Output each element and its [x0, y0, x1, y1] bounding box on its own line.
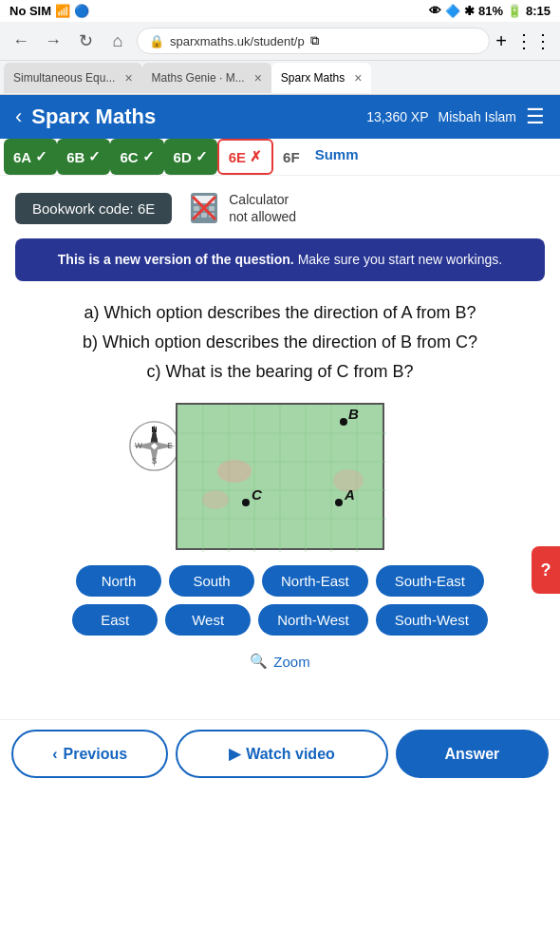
- status-bar: No SIM 📶 🔵 👁 🔷 ✱ 81% 🔋 8:15: [0, 0, 560, 22]
- help-float-button[interactable]: ?: [532, 546, 560, 594]
- topic-6d[interactable]: 6D ✓: [164, 139, 217, 175]
- topic-6c-check: ✓: [142, 148, 155, 165]
- topic-6c[interactable]: 6C ✓: [110, 139, 163, 175]
- watch-video-button[interactable]: ▶ Watch video: [176, 730, 387, 778]
- map-grid-svg: B A C: [177, 405, 386, 552]
- zoom-button[interactable]: 🔍 Zoom: [250, 653, 309, 670]
- option-northeast[interactable]: North-East: [262, 565, 368, 597]
- tab-mathsgenie-close[interactable]: ×: [254, 70, 262, 86]
- sparx-menu-button[interactable]: ☰: [526, 104, 545, 129]
- tab-mathsgenie[interactable]: Maths Genie · M... ×: [142, 63, 271, 93]
- topic-6c-label: 6C: [120, 149, 138, 165]
- bookwork-code: Bookwork code: 6E: [15, 193, 172, 224]
- watch-video-label: Watch video: [246, 746, 335, 763]
- options-grid: North South North-East South-East East W…: [72, 565, 488, 636]
- svg-text:E: E: [167, 442, 173, 450]
- calculator-label: Calculator: [229, 191, 296, 208]
- svg-text:C: C: [252, 486, 263, 503]
- back-button[interactable]: ←: [8, 28, 34, 54]
- svg-point-34: [340, 418, 347, 426]
- topic-6f-label: 6F: [283, 149, 300, 165]
- tab-sparxmaths-label: Sparx Maths: [281, 71, 345, 85]
- previous-button[interactable]: ‹ Previous: [11, 730, 168, 778]
- svg-rect-4: [209, 206, 215, 211]
- menu-dots-icon[interactable]: ⋮⋮: [514, 29, 552, 52]
- topic-6f[interactable]: 6F: [273, 139, 309, 175]
- url-text: sparxmaths.uk/student/p: [170, 34, 305, 48]
- main-content: Bookwork code: 6E: [0, 176, 560, 719]
- home-button[interactable]: ⌂: [104, 28, 131, 54]
- browser-tabs: Simultaneous Equ... × Maths Genie · M...…: [0, 61, 560, 95]
- status-left: No SIM 📶 🔵: [9, 4, 89, 18]
- topic-6e-label: 6E: [229, 149, 246, 165]
- option-west[interactable]: West: [165, 604, 251, 636]
- topic-6e[interactable]: 6E ✗: [217, 139, 273, 175]
- tab-mathsgenie-label: Maths Genie · M...: [152, 71, 245, 85]
- question-a: a) Which option describes the direction …: [15, 298, 545, 328]
- svg-point-31: [217, 460, 252, 483]
- answer-button[interactable]: Answer: [396, 730, 549, 778]
- sparx-back-button[interactable]: ‹: [15, 104, 22, 129]
- topic-6a-check: ✓: [35, 148, 47, 165]
- svg-point-36: [335, 499, 343, 506]
- bottom-nav: ‹ Previous ▶ Watch video Answer: [0, 719, 560, 788]
- tab-simultaneous-close[interactable]: ×: [124, 70, 132, 86]
- sparx-xp: 13,360 XP: [366, 109, 428, 124]
- svg-point-38: [242, 499, 250, 506]
- new-tab-icon[interactable]: +: [495, 30, 507, 52]
- previous-label: Previous: [64, 746, 128, 763]
- svg-point-32: [202, 490, 229, 509]
- topic-6b-check: ✓: [88, 148, 101, 165]
- sparx-user: Misbah Islam: [439, 109, 516, 124]
- sparx-title: Sparx Maths: [31, 104, 357, 129]
- calculator-icon: [187, 191, 221, 225]
- bluetooth-icon: 🔷: [445, 4, 460, 18]
- reload-button[interactable]: ↻: [72, 28, 99, 54]
- svg-text:S: S: [152, 457, 158, 466]
- time-text: 8:15: [526, 4, 551, 18]
- calculator-status-text: Calculator not allowed: [229, 191, 296, 225]
- info-row: Bookwork code: 6E: [15, 191, 545, 225]
- svg-text:A: A: [344, 486, 355, 503]
- topic-6e-x: ✗: [250, 148, 262, 165]
- tab-sparxmaths[interactable]: Sparx Maths ×: [271, 63, 372, 93]
- map-area: N S E W: [15, 403, 545, 689]
- video-icon: ▶: [229, 745, 240, 763]
- topic-6d-label: 6D: [174, 149, 192, 165]
- svg-rect-2: [194, 206, 199, 211]
- svg-text:W: W: [135, 442, 142, 450]
- svg-text:B: B: [348, 406, 359, 422]
- option-south[interactable]: South: [169, 565, 254, 597]
- tab-switch-icon: ⧉: [310, 33, 319, 48]
- svg-rect-6: [201, 213, 207, 218]
- topic-6b-label: 6B: [66, 149, 84, 165]
- notice-bold: This is a new version of the question.: [58, 252, 294, 267]
- topic-6b[interactable]: 6B ✓: [57, 139, 110, 175]
- map-wrapper: N S E W: [166, 403, 394, 550]
- options-row-2: East West North-West South-West: [72, 604, 488, 636]
- option-north[interactable]: North: [76, 565, 161, 597]
- option-northwest[interactable]: North-West: [258, 604, 368, 636]
- nfc-icon: ✱: [464, 4, 475, 18]
- forward-button[interactable]: →: [40, 28, 66, 54]
- option-southeast[interactable]: South-East: [376, 565, 484, 597]
- signal-icon: 📶: [55, 4, 70, 18]
- zoom-label: Zoom: [273, 654, 309, 670]
- question-c: c) What is the bearing of C from B?: [15, 357, 545, 387]
- calculator-info: Calculator not allowed: [187, 191, 296, 225]
- compass-svg: N S E W: [128, 420, 180, 472]
- answer-label: Answer: [444, 746, 499, 763]
- topic-summ[interactable]: Summ: [309, 139, 364, 175]
- address-bar[interactable]: 🔒 sparxmaths.uk/student/p ⧉: [137, 28, 490, 54]
- calc-svg: [187, 191, 221, 225]
- help-icon: ?: [541, 560, 551, 580]
- tab-sparxmaths-close[interactable]: ×: [354, 70, 362, 86]
- option-southwest[interactable]: South-West: [376, 604, 488, 636]
- chevron-left-icon: ‹: [52, 746, 57, 763]
- toolbar-actions: + ⋮⋮: [495, 29, 552, 52]
- option-east[interactable]: East: [72, 604, 158, 636]
- map-grid: B A C: [176, 403, 384, 550]
- tab-simultaneous[interactable]: Simultaneous Equ... ×: [4, 63, 142, 93]
- topic-6a[interactable]: 6A ✓: [4, 139, 57, 175]
- topic-summ-label: Summ: [315, 146, 359, 162]
